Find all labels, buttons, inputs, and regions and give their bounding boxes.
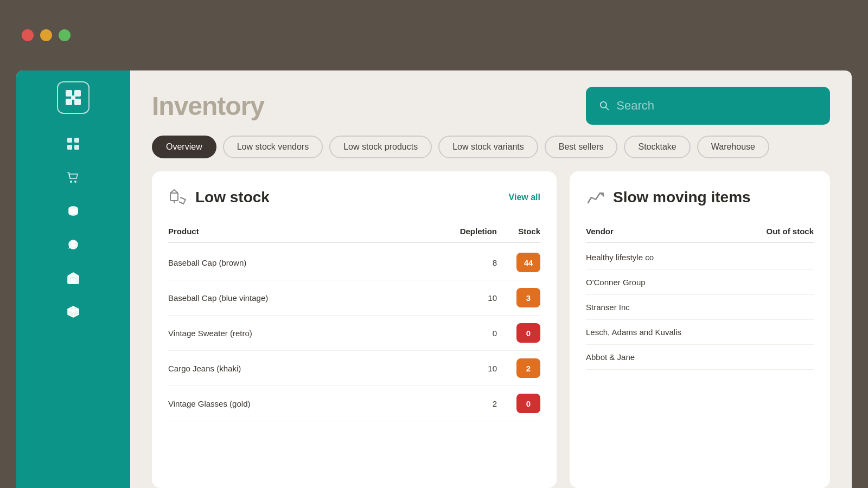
sidebar-item-finance[interactable] — [57, 196, 90, 226]
vendor-name: Stranser Inc — [586, 303, 749, 312]
tab-low-stock-vendors[interactable]: Low stock vendors — [223, 136, 323, 158]
sidebar-item-payments[interactable] — [57, 230, 90, 259]
stock-badge-cell: 44 — [497, 253, 540, 272]
titlebar — [0, 0, 868, 70]
vendor-name: Healthy lifestyle co — [586, 253, 749, 262]
tab-best-sellers[interactable]: Best sellers — [545, 136, 618, 158]
search-bar — [586, 87, 830, 125]
svg-rect-6 — [74, 138, 79, 143]
sidebar-item-warehouse[interactable] — [57, 264, 90, 293]
col-depletion: Depletion — [432, 227, 497, 236]
slow-table-row: Lesch, Adams and Kuvalis — [586, 320, 814, 345]
sidebar-item-inventory[interactable] — [57, 297, 90, 326]
traffic-light-green[interactable] — [59, 29, 71, 41]
tab-warehouse[interactable]: Warehouse — [697, 136, 769, 158]
tab-overview[interactable]: Overview — [152, 136, 216, 158]
tabs-row: Overview Low stock vendors Low stock pro… — [130, 136, 852, 171]
table-row: Vintage Sweater (retro) 0 0 — [168, 316, 540, 351]
svg-rect-2 — [66, 99, 72, 105]
search-input[interactable] — [616, 99, 817, 113]
depletion-value: 0 — [432, 329, 497, 338]
svg-rect-8 — [74, 145, 79, 150]
slow-moving-title: Slow moving items — [613, 189, 751, 206]
slow-table-row: Healthy lifestyle co — [586, 245, 814, 270]
low-stock-title: Low stock — [195, 189, 270, 206]
svg-rect-16 — [71, 279, 75, 284]
view-all-link[interactable]: View all — [509, 192, 540, 202]
product-name: Baseball Cap (brown) — [168, 258, 432, 267]
sidebar-item-dashboard[interactable] — [57, 129, 90, 158]
panel-title-row: Low stock — [168, 188, 270, 207]
col-product: Product — [168, 227, 432, 236]
panels-row: Low stock View all Product Depletion Sto… — [130, 171, 852, 488]
stock-badge-cell: 0 — [497, 323, 540, 343]
tab-low-stock-variants[interactable]: Low stock variants — [438, 136, 538, 158]
top-bar: Inventory — [130, 70, 852, 136]
table-row: Cargo Jeans (khaki) 10 2 — [168, 351, 540, 386]
vendor-name: Lesch, Adams and Kuvalis — [586, 328, 749, 337]
slow-table-header: Vendor Out of stock — [586, 220, 814, 243]
tab-stocktake[interactable]: Stocktake — [624, 136, 690, 158]
low-stock-table-header: Product Depletion Stock — [168, 220, 540, 243]
stock-badge: 0 — [516, 394, 540, 413]
svg-rect-5 — [67, 138, 72, 143]
stock-badge: 2 — [516, 358, 540, 378]
slow-table-row: O'Conner Group — [586, 270, 814, 295]
app-window: Inventory Overview Low stock vendors Low… — [16, 70, 852, 488]
search-icon — [599, 100, 610, 112]
slow-table-row: Stranser Inc — [586, 295, 814, 320]
traffic-light-red[interactable] — [22, 29, 34, 41]
product-name: Cargo Jeans (khaki) — [168, 364, 432, 373]
main-content: Inventory Overview Low stock vendors Low… — [130, 70, 852, 488]
page-title: Inventory — [152, 91, 264, 121]
stock-badge-cell: 2 — [497, 358, 540, 378]
svg-point-9 — [70, 181, 72, 183]
sidebar-item-shop[interactable] — [57, 163, 90, 192]
svg-rect-19 — [170, 193, 178, 201]
table-row: Baseball Cap (blue vintage) 10 3 — [168, 280, 540, 316]
svg-rect-0 — [66, 90, 72, 97]
slow-moving-panel: Slow moving items Vendor Out of stock He… — [570, 171, 830, 488]
low-stock-icon — [168, 188, 188, 207]
tab-low-stock-products[interactable]: Low stock products — [329, 136, 432, 158]
sidebar — [16, 70, 130, 488]
slow-moving-title-row: Slow moving items — [586, 188, 751, 207]
stock-badge: 3 — [516, 288, 540, 307]
product-name: Vintage Glasses (gold) — [168, 399, 432, 408]
low-stock-panel: Low stock View all Product Depletion Sto… — [152, 171, 557, 488]
svg-rect-3 — [74, 99, 81, 105]
svg-rect-7 — [67, 145, 72, 150]
slow-table-row: Abbot & Jane — [586, 345, 814, 370]
slow-moving-panel-header: Slow moving items — [586, 188, 814, 207]
stock-badge-cell: 0 — [497, 394, 540, 413]
table-row: Vintage Glasses (gold) 2 0 — [168, 386, 540, 421]
svg-point-4 — [71, 95, 75, 100]
slow-moving-icon — [586, 188, 605, 207]
depletion-value: 2 — [432, 399, 497, 408]
svg-rect-1 — [74, 90, 81, 97]
vendor-name: Abbot & Jane — [586, 352, 749, 362]
sidebar-logo[interactable] — [57, 81, 90, 114]
depletion-value: 10 — [432, 364, 497, 373]
low-stock-panel-header: Low stock View all — [168, 188, 540, 207]
svg-point-10 — [74, 181, 76, 183]
depletion-value: 8 — [432, 258, 497, 267]
col-stock: Stock — [497, 227, 540, 236]
vendor-name: O'Conner Group — [586, 278, 749, 287]
col-out-of-stock: Out of stock — [749, 227, 814, 236]
table-row: Baseball Cap (brown) 8 44 — [168, 245, 540, 280]
svg-line-18 — [605, 107, 608, 110]
product-name: Baseball Cap (blue vintage) — [168, 293, 432, 303]
stock-badge: 44 — [516, 253, 540, 272]
depletion-value: 10 — [432, 293, 497, 303]
traffic-light-yellow[interactable] — [40, 29, 52, 41]
col-vendor: Vendor — [586, 227, 749, 236]
stock-badge: 0 — [516, 323, 540, 343]
stock-badge-cell: 3 — [497, 288, 540, 307]
product-name: Vintage Sweater (retro) — [168, 329, 432, 338]
